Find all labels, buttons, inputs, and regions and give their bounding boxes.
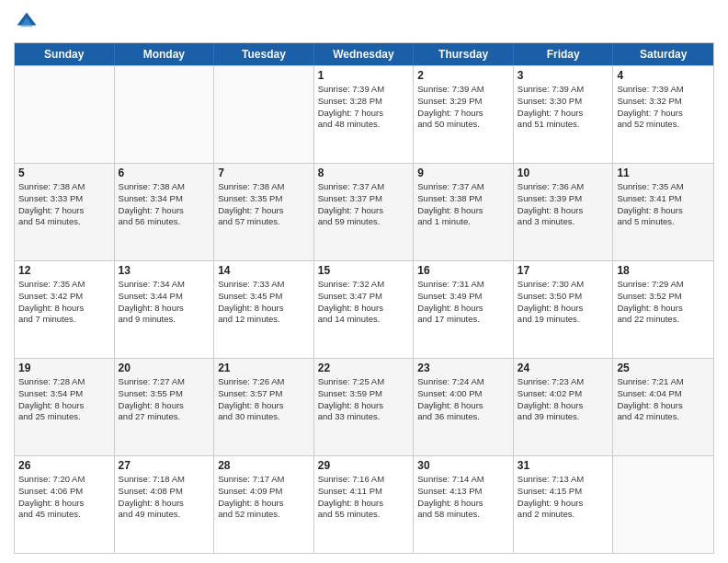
cal-cell-day-24: 24Sunrise: 7:23 AM Sunset: 4:02 PM Dayli… <box>514 359 614 455</box>
calendar-header: SundayMondayTuesdayWednesdayThursdayFrid… <box>15 43 713 65</box>
cal-cell-day-17: 17Sunrise: 7:30 AM Sunset: 3:50 PM Dayli… <box>514 261 614 358</box>
cell-info: Sunrise: 7:35 AM Sunset: 3:42 PM Dayligh… <box>18 279 110 326</box>
cell-info: Sunrise: 7:36 AM Sunset: 3:39 PM Dayligh… <box>518 181 609 228</box>
cal-week-1: 1Sunrise: 7:39 AM Sunset: 3:28 PM Daylig… <box>15 65 713 163</box>
cal-cell-day-14: 14Sunrise: 7:33 AM Sunset: 3:45 PM Dayli… <box>214 261 314 358</box>
cal-cell-day-9: 9Sunrise: 7:37 AM Sunset: 3:38 PM Daylig… <box>414 164 514 260</box>
cell-info: Sunrise: 7:39 AM Sunset: 3:32 PM Dayligh… <box>617 84 710 131</box>
day-number: 31 <box>518 459 609 472</box>
cal-cell-day-23: 23Sunrise: 7:24 AM Sunset: 4:00 PM Dayli… <box>414 359 514 455</box>
day-number: 25 <box>617 362 710 374</box>
cell-info: Sunrise: 7:23 AM Sunset: 4:02 PM Dayligh… <box>518 376 609 423</box>
cell-info: Sunrise: 7:13 AM Sunset: 4:15 PM Dayligh… <box>518 474 609 521</box>
cell-info: Sunrise: 7:21 AM Sunset: 4:04 PM Dayligh… <box>617 376 710 423</box>
logo-icon <box>14 9 40 35</box>
cal-cell-day-5: 5Sunrise: 7:38 AM Sunset: 3:33 PM Daylig… <box>15 164 115 260</box>
day-number: 10 <box>518 167 609 179</box>
cell-info: Sunrise: 7:39 AM Sunset: 3:29 PM Dayligh… <box>417 84 509 131</box>
cal-cell-day-7: 7Sunrise: 7:38 AM Sunset: 3:35 PM Daylig… <box>214 164 314 260</box>
cell-info: Sunrise: 7:18 AM Sunset: 4:08 PM Dayligh… <box>119 474 210 521</box>
day-number: 5 <box>18 167 110 179</box>
day-number: 26 <box>18 459 110 472</box>
cell-info: Sunrise: 7:30 AM Sunset: 3:50 PM Dayligh… <box>518 279 609 326</box>
day-number: 14 <box>218 264 310 277</box>
cal-header-saturday: Saturday <box>613 43 713 65</box>
cell-info: Sunrise: 7:24 AM Sunset: 4:00 PM Dayligh… <box>417 376 509 423</box>
cell-info: Sunrise: 7:37 AM Sunset: 3:37 PM Dayligh… <box>318 181 410 228</box>
day-number: 23 <box>417 362 509 374</box>
cal-cell-empty <box>115 66 215 163</box>
day-number: 13 <box>119 264 210 277</box>
cell-info: Sunrise: 7:25 AM Sunset: 3:59 PM Dayligh… <box>318 376 410 423</box>
cell-info: Sunrise: 7:39 AM Sunset: 3:28 PM Dayligh… <box>318 84 410 131</box>
calendar-body: 1Sunrise: 7:39 AM Sunset: 3:28 PM Daylig… <box>15 65 713 553</box>
day-number: 20 <box>119 362 210 374</box>
day-number: 21 <box>218 362 310 374</box>
cal-cell-day-25: 25Sunrise: 7:21 AM Sunset: 4:04 PM Dayli… <box>613 359 713 455</box>
day-number: 22 <box>318 362 410 374</box>
day-number: 2 <box>417 69 509 82</box>
day-number: 4 <box>617 69 710 82</box>
cal-week-4: 19Sunrise: 7:28 AM Sunset: 3:54 PM Dayli… <box>15 358 713 455</box>
cal-cell-day-30: 30Sunrise: 7:14 AM Sunset: 4:13 PM Dayli… <box>414 456 514 553</box>
day-number: 7 <box>218 167 310 179</box>
cal-cell-day-31: 31Sunrise: 7:13 AM Sunset: 4:15 PM Dayli… <box>514 456 614 553</box>
cal-header-sunday: Sunday <box>15 43 115 65</box>
day-number: 27 <box>119 459 210 472</box>
day-number: 19 <box>18 362 110 374</box>
cell-info: Sunrise: 7:14 AM Sunset: 4:13 PM Dayligh… <box>417 474 509 521</box>
cal-cell-day-18: 18Sunrise: 7:29 AM Sunset: 3:52 PM Dayli… <box>613 261 713 358</box>
cal-cell-day-22: 22Sunrise: 7:25 AM Sunset: 3:59 PM Dayli… <box>314 359 415 455</box>
cal-cell-day-11: 11Sunrise: 7:35 AM Sunset: 3:41 PM Dayli… <box>613 164 713 260</box>
cal-header-monday: Monday <box>115 43 215 65</box>
day-number: 6 <box>119 167 210 179</box>
cal-cell-day-3: 3Sunrise: 7:39 AM Sunset: 3:30 PM Daylig… <box>514 66 614 163</box>
cal-cell-day-27: 27Sunrise: 7:18 AM Sunset: 4:08 PM Dayli… <box>115 456 215 553</box>
cell-info: Sunrise: 7:33 AM Sunset: 3:45 PM Dayligh… <box>218 279 310 326</box>
calendar: SundayMondayTuesdayWednesdayThursdayFrid… <box>14 42 714 554</box>
logo <box>14 9 43 35</box>
cell-info: Sunrise: 7:29 AM Sunset: 3:52 PM Dayligh… <box>617 279 710 326</box>
cell-info: Sunrise: 7:17 AM Sunset: 4:09 PM Dayligh… <box>218 474 310 521</box>
day-number: 18 <box>617 264 710 277</box>
cell-info: Sunrise: 7:35 AM Sunset: 3:41 PM Dayligh… <box>617 181 710 228</box>
day-number: 30 <box>417 459 509 472</box>
cal-week-5: 26Sunrise: 7:20 AM Sunset: 4:06 PM Dayli… <box>15 455 713 553</box>
cell-info: Sunrise: 7:38 AM Sunset: 3:33 PM Dayligh… <box>18 181 110 228</box>
day-number: 9 <box>417 167 509 179</box>
cal-cell-day-21: 21Sunrise: 7:26 AM Sunset: 3:57 PM Dayli… <box>214 359 314 455</box>
cell-info: Sunrise: 7:16 AM Sunset: 4:11 PM Dayligh… <box>318 474 410 521</box>
cal-cell-day-28: 28Sunrise: 7:17 AM Sunset: 4:09 PM Dayli… <box>214 456 314 553</box>
cal-cell-day-8: 8Sunrise: 7:37 AM Sunset: 3:37 PM Daylig… <box>314 164 415 260</box>
day-number: 12 <box>18 264 110 277</box>
cal-week-2: 5Sunrise: 7:38 AM Sunset: 3:33 PM Daylig… <box>15 163 713 260</box>
cell-info: Sunrise: 7:26 AM Sunset: 3:57 PM Dayligh… <box>218 376 310 423</box>
page: SundayMondayTuesdayWednesdayThursdayFrid… <box>0 0 728 563</box>
cell-info: Sunrise: 7:38 AM Sunset: 3:34 PM Dayligh… <box>119 181 210 228</box>
cell-info: Sunrise: 7:38 AM Sunset: 3:35 PM Dayligh… <box>218 181 310 228</box>
cal-cell-day-19: 19Sunrise: 7:28 AM Sunset: 3:54 PM Dayli… <box>15 359 115 455</box>
cell-info: Sunrise: 7:31 AM Sunset: 3:49 PM Dayligh… <box>417 279 509 326</box>
cal-cell-empty <box>214 66 314 163</box>
cell-info: Sunrise: 7:37 AM Sunset: 3:38 PM Dayligh… <box>417 181 509 228</box>
cal-header-wednesday: Wednesday <box>314 43 415 65</box>
cal-week-3: 12Sunrise: 7:35 AM Sunset: 3:42 PM Dayli… <box>15 260 713 358</box>
cal-cell-empty <box>15 66 115 163</box>
day-number: 8 <box>318 167 410 179</box>
cal-cell-day-12: 12Sunrise: 7:35 AM Sunset: 3:42 PM Dayli… <box>15 261 115 358</box>
cal-cell-day-2: 2Sunrise: 7:39 AM Sunset: 3:29 PM Daylig… <box>414 66 514 163</box>
cell-info: Sunrise: 7:39 AM Sunset: 3:30 PM Dayligh… <box>518 84 609 131</box>
cal-cell-day-1: 1Sunrise: 7:39 AM Sunset: 3:28 PM Daylig… <box>314 66 415 163</box>
cal-header-thursday: Thursday <box>414 43 514 65</box>
day-number: 17 <box>518 264 609 277</box>
cal-cell-day-26: 26Sunrise: 7:20 AM Sunset: 4:06 PM Dayli… <box>15 456 115 553</box>
cell-info: Sunrise: 7:34 AM Sunset: 3:44 PM Dayligh… <box>119 279 210 326</box>
cal-cell-empty <box>613 456 713 553</box>
header <box>14 9 714 35</box>
cell-info: Sunrise: 7:20 AM Sunset: 4:06 PM Dayligh… <box>18 474 110 521</box>
cal-cell-day-15: 15Sunrise: 7:32 AM Sunset: 3:47 PM Dayli… <box>314 261 415 358</box>
cal-cell-day-6: 6Sunrise: 7:38 AM Sunset: 3:34 PM Daylig… <box>115 164 215 260</box>
day-number: 15 <box>318 264 410 277</box>
cal-cell-day-16: 16Sunrise: 7:31 AM Sunset: 3:49 PM Dayli… <box>414 261 514 358</box>
cell-info: Sunrise: 7:32 AM Sunset: 3:47 PM Dayligh… <box>318 279 410 326</box>
